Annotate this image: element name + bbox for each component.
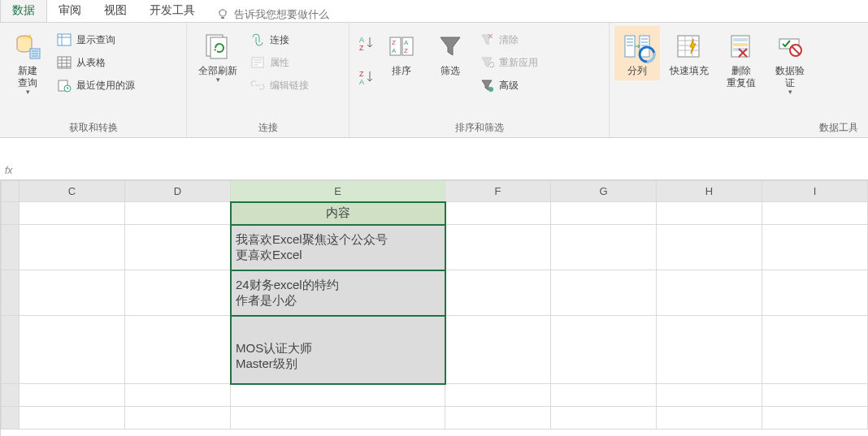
cell-E-row2[interactable]: 24财务excel的特约 作者是小必	[231, 270, 445, 316]
cell[interactable]	[551, 225, 657, 270]
cell[interactable]	[125, 202, 231, 225]
row-header[interactable]	[2, 270, 20, 316]
svg-text:Z: Z	[359, 44, 364, 52]
cell[interactable]	[20, 384, 125, 407]
from-table-button[interactable]: 从表格	[54, 54, 138, 71]
cell[interactable]	[20, 225, 125, 270]
cell[interactable]	[551, 407, 657, 430]
cell[interactable]	[657, 225, 762, 270]
group-sort-label: 排序和筛选	[354, 119, 604, 137]
cell[interactable]	[231, 407, 445, 430]
remove-duplicates-icon	[727, 32, 755, 60]
cell[interactable]	[231, 384, 445, 407]
flash-fill-button[interactable]: 快速填充	[663, 26, 715, 80]
col-header-H[interactable]: H	[657, 181, 762, 202]
cell[interactable]	[125, 316, 231, 384]
cell[interactable]	[445, 316, 551, 384]
connections-icon	[250, 32, 265, 47]
group-tools-label: 数据工具	[614, 119, 863, 137]
cell[interactable]	[445, 202, 551, 225]
properties-button[interactable]: 属性	[247, 54, 312, 71]
cell[interactable]	[20, 316, 125, 384]
cell[interactable]	[657, 407, 762, 430]
cell[interactable]	[762, 225, 868, 270]
svg-text:A: A	[359, 78, 364, 86]
row-header[interactable]	[2, 202, 20, 225]
svg-text:A: A	[392, 47, 397, 54]
cell[interactable]	[125, 225, 231, 270]
cell[interactable]	[445, 384, 551, 407]
cell[interactable]	[762, 407, 868, 430]
sort-button[interactable]: ZAAZ 排序	[379, 26, 424, 80]
show-query-icon	[57, 32, 72, 47]
cell[interactable]	[20, 270, 125, 316]
cell[interactable]	[551, 384, 657, 407]
filter-button[interactable]: 筛选	[427, 26, 473, 80]
cell[interactable]	[551, 202, 657, 225]
text-to-columns-button[interactable]: 分列	[614, 26, 660, 80]
data-validation-button[interactable]: 数据验 证 ▾	[767, 26, 813, 100]
tab-review[interactable]: 审阅	[47, 0, 93, 22]
tab-data[interactable]: 数据	[0, 0, 47, 22]
row-header[interactable]	[2, 316, 20, 384]
cell[interactable]	[445, 407, 551, 430]
sort-asc-button[interactable]: AZ	[354, 34, 375, 52]
col-header-I[interactable]: I	[762, 181, 868, 202]
cell[interactable]	[657, 384, 762, 407]
recent-sources-button[interactable]: 最近使用的源	[54, 76, 138, 94]
sort-label: 排序	[392, 65, 411, 77]
cell[interactable]	[20, 407, 125, 430]
cell[interactable]	[445, 225, 551, 270]
clear-button[interactable]: 清除	[476, 31, 541, 49]
tell-me[interactable]: 告诉我您想要做什么	[206, 7, 339, 22]
tab-developer[interactable]: 开发工具	[138, 0, 206, 22]
new-query-button[interactable]: 新建 查询 ▾	[5, 26, 50, 100]
group-connections: 全部刷新 ▾ 连接 属性 编辑链接	[187, 23, 349, 137]
cell-E-row3[interactable]: MOS认证大师 Master级别	[231, 316, 445, 384]
properties-label: 属性	[270, 56, 289, 70]
cell[interactable]	[657, 202, 762, 225]
col-header-C[interactable]: C	[20, 181, 125, 202]
cell[interactable]	[551, 270, 657, 316]
data-validation-icon	[776, 32, 804, 60]
edit-links-button[interactable]: 编辑链接	[247, 76, 312, 94]
cell[interactable]	[762, 202, 868, 225]
cell[interactable]	[445, 270, 551, 316]
sort-desc-button[interactable]: ZA	[354, 68, 375, 86]
advanced-button[interactable]: 高级	[476, 76, 541, 94]
cell[interactable]	[125, 384, 231, 407]
worksheet-grid[interactable]: C D E F G H I 内容 我喜欢Excel聚焦这个公众号 更喜欢Exce…	[0, 180, 868, 436]
cell[interactable]	[657, 316, 762, 384]
reapply-button[interactable]: 重新应用	[476, 54, 541, 71]
cell[interactable]	[657, 270, 762, 316]
cell[interactable]	[125, 407, 231, 430]
cell[interactable]	[20, 202, 125, 225]
row-header[interactable]	[2, 407, 20, 430]
advanced-icon	[480, 78, 494, 93]
advanced-label: 高级	[499, 79, 519, 93]
sort-desc-icon: ZA	[358, 70, 372, 84]
cell-E-header[interactable]: 内容	[231, 202, 445, 225]
group-conn-label: 连接	[192, 119, 344, 137]
cell-E-row1[interactable]: 我喜欢Excel聚焦这个公众号 更喜欢Excel	[231, 225, 445, 270]
col-header-F[interactable]: F	[445, 181, 551, 202]
row-header[interactable]	[2, 225, 20, 270]
col-header-G[interactable]: G	[551, 181, 657, 202]
cell[interactable]	[551, 316, 657, 384]
show-query-button[interactable]: 显示查询	[54, 31, 138, 49]
select-all-corner[interactable]	[2, 181, 20, 202]
tab-view[interactable]: 视图	[93, 0, 138, 22]
col-header-E[interactable]: E	[231, 181, 445, 202]
new-query-icon	[14, 32, 41, 60]
show-query-label: 显示查询	[76, 33, 115, 47]
connections-button[interactable]: 连接	[247, 31, 312, 49]
cell[interactable]	[762, 316, 868, 384]
row-header[interactable]	[2, 384, 20, 407]
col-header-D[interactable]: D	[125, 181, 231, 202]
cell[interactable]	[125, 270, 231, 316]
cell[interactable]	[762, 384, 868, 407]
refresh-all-button[interactable]: 全部刷新 ▾	[192, 26, 244, 88]
cell[interactable]	[762, 270, 868, 316]
refresh-all-icon	[204, 32, 232, 60]
remove-duplicates-button[interactable]: 删除 重复值	[718, 26, 764, 93]
